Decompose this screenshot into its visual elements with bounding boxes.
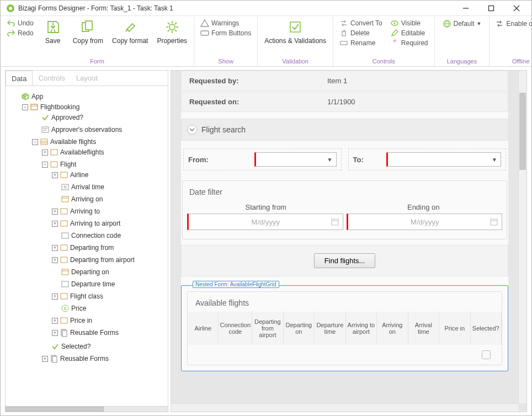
- expand-icon[interactable]: +: [52, 245, 58, 251]
- tree-h-scrollbar[interactable]: [6, 406, 168, 412]
- tree-node-flight[interactable]: −Flight: [42, 160, 166, 169]
- tree-node-connection-code[interactable]: Connection code: [52, 231, 166, 240]
- visible-button[interactable]: Visible: [389, 18, 430, 28]
- tree-node-arriving-to[interactable]: +Arriving to: [52, 207, 166, 216]
- tree-node-availableflights[interactable]: +Availableflights: [42, 148, 166, 157]
- ending-on-input[interactable]: M/d/yyyy: [347, 214, 503, 230]
- convert-to-button[interactable]: Convert To: [338, 18, 384, 28]
- expand-icon[interactable]: +: [52, 221, 58, 227]
- calendar-icon[interactable]: [331, 217, 339, 226]
- tree-node-reusable-forms[interactable]: +Reusable Forms: [52, 328, 166, 337]
- tree-node-departing-from-airport[interactable]: +Departing from airport: [52, 255, 166, 264]
- form-buttons-icon: [200, 29, 209, 38]
- tree-node-arrival-time[interactable]: Arrival time: [52, 183, 166, 191]
- from-combo[interactable]: ▼: [254, 152, 337, 167]
- row-checkbox[interactable]: [482, 350, 491, 359]
- copy-from-button[interactable]: Copy from: [68, 17, 108, 47]
- collapse-icon[interactable]: −: [42, 162, 48, 168]
- ending-on-label: Ending on: [345, 201, 503, 214]
- save-button[interactable]: Save: [38, 17, 68, 47]
- tree-node-departing-on[interactable]: Departing on: [52, 268, 166, 276]
- actions-validations-button[interactable]: Actions & Validations: [260, 17, 331, 47]
- flight-search-section[interactable]: Flight search: [181, 119, 508, 141]
- redo-button[interactable]: Redo: [5, 28, 35, 38]
- tree-node-approver-obs[interactable]: Approver's observations: [32, 125, 166, 134]
- tree-node-reusable-forms-2[interactable]: +Reusable Forms: [42, 354, 166, 363]
- expand-icon[interactable]: +: [52, 318, 58, 324]
- tree-node-arriving-on[interactable]: Arriving on: [52, 195, 166, 204]
- expand-icon[interactable]: +: [52, 294, 58, 300]
- expand-icon[interactable]: +: [52, 209, 58, 215]
- properties-button[interactable]: Properties: [152, 17, 191, 47]
- requested-on-row[interactable]: Requested on: 1/1/1900: [181, 92, 508, 112]
- enable-offline-button[interactable]: Enable offline: [492, 17, 532, 30]
- rename-button[interactable]: Rename: [338, 38, 384, 48]
- tree-node-departing-from[interactable]: +Departing from: [52, 243, 166, 252]
- expand-icon[interactable]: +: [52, 257, 58, 263]
- col-departure-time[interactable]: Departure time: [315, 312, 345, 345]
- tree-node-selected[interactable]: Selected?: [42, 342, 166, 351]
- nested-form[interactable]: Nested Form: AvailableFlightGrid Availab…: [181, 285, 508, 371]
- tree-node-available-flights[interactable]: −Available flights: [32, 137, 166, 146]
- entity-icon: [60, 316, 68, 325]
- tree-node-app[interactable]: App: [12, 92, 166, 101]
- expand-icon[interactable]: +: [42, 356, 48, 362]
- expand-icon[interactable]: +: [52, 330, 58, 336]
- to-combo[interactable]: ▼: [386, 152, 502, 167]
- grid-empty-row: [188, 345, 502, 365]
- caret-down-icon: ▼: [492, 157, 497, 163]
- col-arriving-to-airport[interactable]: Arriving to airport: [346, 312, 377, 345]
- warnings-button[interactable]: Warnings: [199, 18, 253, 28]
- tree-node-departure-time[interactable]: Departure time: [52, 280, 166, 289]
- copy-format-button[interactable]: Copy format: [108, 17, 152, 47]
- find-flights-button[interactable]: Find flights...: [314, 253, 376, 268]
- col-arriving-on[interactable]: Arriving on: [377, 312, 408, 345]
- col-arrival-time[interactable]: Arrival time: [408, 312, 439, 345]
- undo-button[interactable]: Undo: [5, 18, 35, 28]
- col-selected[interactable]: Selected?: [471, 312, 502, 345]
- redo-label: Redo: [18, 29, 34, 37]
- default-language-button[interactable]: Default ▼: [437, 17, 487, 30]
- svg-rect-19: [341, 41, 347, 45]
- collapse-icon[interactable]: −: [32, 139, 38, 145]
- tab-data[interactable]: Data: [6, 71, 33, 86]
- entity-icon: [60, 207, 68, 216]
- tree-node-price-in[interactable]: +Price in: [52, 316, 166, 325]
- tree-node-approved[interactable]: Approved?: [32, 113, 166, 122]
- editable-button[interactable]: Editable: [389, 28, 430, 38]
- col-departing-on[interactable]: Departing on: [284, 312, 315, 345]
- col-departing-from-airport[interactable]: Departing from airport: [252, 312, 283, 345]
- convert-label: Convert To: [350, 19, 382, 27]
- canvas-v-scrollbar[interactable]: [518, 71, 526, 403]
- chevron-down-icon[interactable]: [187, 125, 197, 135]
- maximize-button[interactable]: [478, 1, 504, 15]
- delete-button[interactable]: Delete: [338, 28, 384, 38]
- required-button[interactable]: *Required: [389, 38, 430, 48]
- expand-icon[interactable]: +: [52, 172, 58, 178]
- to-field[interactable]: To: ▼: [348, 148, 507, 170]
- forms-icon: [60, 328, 68, 337]
- from-field[interactable]: From: ▼: [183, 148, 342, 170]
- tree-node-flightbooking[interactable]: − Flightbooking: [22, 103, 166, 111]
- tree-node-arriving-to-airport[interactable]: +Arriving to airport: [52, 219, 166, 228]
- tree-node-airline[interactable]: +Airline: [52, 170, 166, 179]
- date-placeholder: M/d/yyyy: [252, 218, 280, 226]
- minimize-button[interactable]: [453, 1, 478, 15]
- collapse-icon[interactable]: −: [22, 104, 28, 110]
- tab-layout[interactable]: Layout: [71, 71, 103, 86]
- col-price-in[interactable]: Price in: [439, 312, 470, 345]
- tab-controls[interactable]: Controls: [33, 71, 70, 86]
- starting-from-input[interactable]: M/d/yyyy: [187, 214, 343, 230]
- tree-node-flight-class[interactable]: +Flight class: [52, 292, 166, 301]
- col-connection-code[interactable]: Connection code: [219, 312, 252, 345]
- form-buttons-button[interactable]: Form Buttons: [199, 28, 253, 38]
- col-airline[interactable]: Airline: [188, 312, 219, 345]
- requested-by-row[interactable]: Requested by: Item 1: [181, 71, 508, 91]
- tree-node-price[interactable]: $Price: [52, 304, 166, 313]
- close-button[interactable]: [504, 1, 529, 15]
- calendar-icon[interactable]: [490, 217, 498, 226]
- properties-label: Properties: [157, 37, 187, 45]
- canvas-h-scrollbar[interactable]: [171, 403, 518, 412]
- date-filter-group[interactable]: Date filter Starting from Ending on M/d/…: [182, 180, 507, 239]
- expand-icon[interactable]: +: [42, 150, 48, 156]
